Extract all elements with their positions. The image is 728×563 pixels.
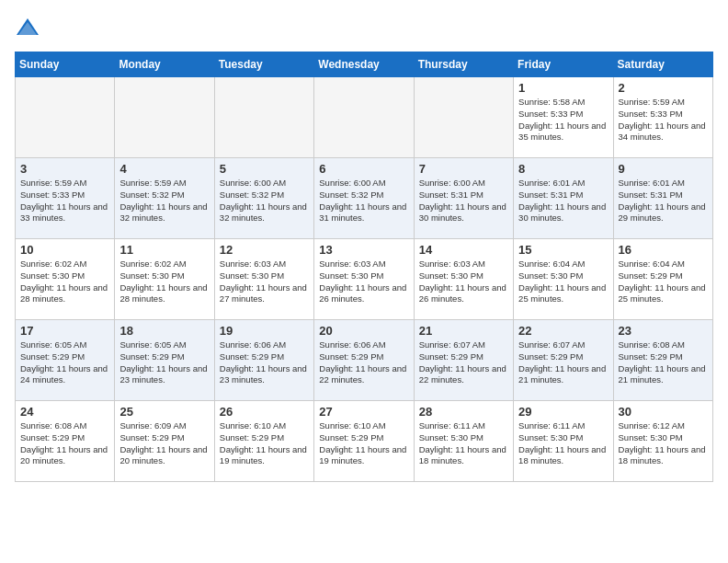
- day-number: 9: [619, 162, 708, 176]
- day-info: Sunrise: 5:59 AM Sunset: 5:32 PM Dayligh…: [119, 178, 209, 224]
- day-info: Sunrise: 6:03 AM Sunset: 5:30 PM Dayligh…: [419, 259, 508, 305]
- day-info: Sunrise: 6:06 AM Sunset: 5:29 PM Dayligh…: [319, 339, 408, 386]
- weekday-header: Sunday: [16, 52, 115, 77]
- day-number: 21: [419, 324, 508, 338]
- day-info: Sunrise: 6:04 AM Sunset: 5:30 PM Dayligh…: [518, 259, 608, 305]
- day-number: 17: [20, 324, 109, 338]
- calendar-day-cell: [16, 77, 115, 158]
- calendar-day-cell: 15Sunrise: 6:04 AM Sunset: 5:30 PM Dayli…: [514, 239, 613, 320]
- calendar-day-cell: 8Sunrise: 6:01 AM Sunset: 5:31 PM Daylig…: [514, 158, 613, 239]
- day-info: Sunrise: 6:01 AM Sunset: 5:31 PM Dayligh…: [518, 178, 608, 224]
- day-info: Sunrise: 6:00 AM Sunset: 5:32 PM Dayligh…: [319, 178, 408, 224]
- day-info: Sunrise: 6:00 AM Sunset: 5:31 PM Dayligh…: [419, 178, 508, 224]
- day-number: 14: [419, 243, 508, 257]
- day-number: 7: [419, 162, 508, 176]
- day-info: Sunrise: 6:08 AM Sunset: 5:29 PM Dayligh…: [619, 339, 708, 386]
- calendar-day-cell: 11Sunrise: 6:02 AM Sunset: 5:30 PM Dayli…: [115, 239, 214, 320]
- weekday-header: Friday: [514, 52, 613, 77]
- day-number: 15: [518, 243, 608, 257]
- day-info: Sunrise: 6:07 AM Sunset: 5:29 PM Dayligh…: [419, 339, 508, 386]
- day-number: 28: [419, 405, 508, 419]
- day-number: 1: [518, 81, 608, 95]
- calendar-day-cell: 24Sunrise: 6:08 AM Sunset: 5:29 PM Dayli…: [16, 401, 115, 482]
- day-number: 19: [220, 324, 309, 338]
- calendar-day-cell: 3Sunrise: 5:59 AM Sunset: 5:33 PM Daylig…: [16, 158, 115, 239]
- weekday-header: Thursday: [414, 52, 513, 77]
- day-info: Sunrise: 6:03 AM Sunset: 5:30 PM Dayligh…: [220, 259, 309, 305]
- day-info: Sunrise: 6:06 AM Sunset: 5:29 PM Dayligh…: [220, 339, 309, 386]
- day-info: Sunrise: 6:08 AM Sunset: 5:29 PM Dayligh…: [20, 420, 109, 467]
- day-number: 18: [119, 324, 209, 338]
- day-number: 20: [319, 324, 408, 338]
- calendar-week-row: 17Sunrise: 6:05 AM Sunset: 5:29 PM Dayli…: [16, 320, 713, 401]
- calendar-day-cell: 27Sunrise: 6:10 AM Sunset: 5:29 PM Dayli…: [314, 401, 414, 482]
- day-number: 16: [619, 243, 708, 257]
- day-number: 25: [119, 405, 209, 419]
- day-number: 5: [220, 162, 309, 176]
- calendar-day-cell: [214, 77, 313, 158]
- day-number: 22: [518, 324, 608, 338]
- day-info: Sunrise: 6:11 AM Sunset: 5:30 PM Dayligh…: [419, 420, 508, 467]
- calendar-day-cell: 25Sunrise: 6:09 AM Sunset: 5:29 PM Dayli…: [115, 401, 214, 482]
- weekday-header: Monday: [115, 52, 214, 77]
- calendar-day-cell: 20Sunrise: 6:06 AM Sunset: 5:29 PM Dayli…: [314, 320, 414, 401]
- day-number: 12: [220, 243, 309, 257]
- logo: [15, 15, 44, 40]
- day-info: Sunrise: 5:59 AM Sunset: 5:33 PM Dayligh…: [619, 97, 708, 144]
- calendar-week-row: 10Sunrise: 6:02 AM Sunset: 5:30 PM Dayli…: [16, 239, 713, 320]
- day-info: Sunrise: 6:11 AM Sunset: 5:30 PM Dayligh…: [518, 420, 608, 467]
- calendar-day-cell: 6Sunrise: 6:00 AM Sunset: 5:32 PM Daylig…: [314, 158, 414, 239]
- day-info: Sunrise: 6:05 AM Sunset: 5:29 PM Dayligh…: [119, 339, 209, 386]
- calendar-day-cell: 10Sunrise: 6:02 AM Sunset: 5:30 PM Dayli…: [16, 239, 115, 320]
- day-number: 30: [619, 405, 708, 419]
- calendar-day-cell: 19Sunrise: 6:06 AM Sunset: 5:29 PM Dayli…: [214, 320, 313, 401]
- calendar-day-cell: [314, 77, 414, 158]
- calendar-day-cell: 2Sunrise: 5:59 AM Sunset: 5:33 PM Daylig…: [613, 77, 712, 158]
- calendar-day-cell: 28Sunrise: 6:11 AM Sunset: 5:30 PM Dayli…: [414, 401, 513, 482]
- day-number: 29: [518, 405, 608, 419]
- calendar-day-cell: 14Sunrise: 6:03 AM Sunset: 5:30 PM Dayli…: [414, 239, 513, 320]
- calendar-day-cell: 21Sunrise: 6:07 AM Sunset: 5:29 PM Dayli…: [414, 320, 513, 401]
- day-info: Sunrise: 6:05 AM Sunset: 5:29 PM Dayligh…: [20, 339, 109, 386]
- day-number: 6: [319, 162, 408, 176]
- calendar-week-row: 3Sunrise: 5:59 AM Sunset: 5:33 PM Daylig…: [16, 158, 713, 239]
- day-number: 23: [619, 324, 708, 338]
- weekday-header: Saturday: [613, 52, 712, 77]
- calendar-day-cell: [115, 77, 214, 158]
- calendar-day-cell: 29Sunrise: 6:11 AM Sunset: 5:30 PM Dayli…: [514, 401, 613, 482]
- day-info: Sunrise: 6:12 AM Sunset: 5:30 PM Dayligh…: [619, 420, 708, 467]
- day-info: Sunrise: 6:04 AM Sunset: 5:29 PM Dayligh…: [619, 259, 708, 305]
- day-info: Sunrise: 5:59 AM Sunset: 5:33 PM Dayligh…: [20, 178, 109, 224]
- calendar-day-cell: 17Sunrise: 6:05 AM Sunset: 5:29 PM Dayli…: [16, 320, 115, 401]
- weekday-header: Tuesday: [214, 52, 313, 77]
- day-number: 11: [119, 243, 209, 257]
- calendar-table: SundayMondayTuesdayWednesdayThursdayFrid…: [15, 52, 713, 482]
- day-number: 2: [619, 81, 708, 95]
- day-number: 13: [319, 243, 408, 257]
- calendar-day-cell: 16Sunrise: 6:04 AM Sunset: 5:29 PM Dayli…: [613, 239, 712, 320]
- day-number: 24: [20, 405, 109, 419]
- calendar-day-cell: 23Sunrise: 6:08 AM Sunset: 5:29 PM Dayli…: [613, 320, 712, 401]
- calendar-day-cell: 22Sunrise: 6:07 AM Sunset: 5:29 PM Dayli…: [514, 320, 613, 401]
- calendar-day-cell: 9Sunrise: 6:01 AM Sunset: 5:31 PM Daylig…: [613, 158, 712, 239]
- day-number: 3: [20, 162, 109, 176]
- day-number: 27: [319, 405, 408, 419]
- day-info: Sunrise: 6:01 AM Sunset: 5:31 PM Dayligh…: [619, 178, 708, 224]
- calendar-day-cell: 5Sunrise: 6:00 AM Sunset: 5:32 PM Daylig…: [214, 158, 313, 239]
- calendar-day-cell: [414, 77, 513, 158]
- day-info: Sunrise: 6:02 AM Sunset: 5:30 PM Dayligh…: [119, 259, 209, 305]
- calendar-day-cell: 13Sunrise: 6:03 AM Sunset: 5:30 PM Dayli…: [314, 239, 414, 320]
- calendar-week-row: 1Sunrise: 5:58 AM Sunset: 5:33 PM Daylig…: [16, 77, 713, 158]
- day-info: Sunrise: 6:09 AM Sunset: 5:29 PM Dayligh…: [119, 420, 209, 467]
- day-info: Sunrise: 6:03 AM Sunset: 5:30 PM Dayligh…: [319, 259, 408, 305]
- calendar-day-cell: 7Sunrise: 6:00 AM Sunset: 5:31 PM Daylig…: [414, 158, 513, 239]
- calendar-header-row: SundayMondayTuesdayWednesdayThursdayFrid…: [16, 52, 713, 77]
- day-number: 10: [20, 243, 109, 257]
- day-info: Sunrise: 6:07 AM Sunset: 5:29 PM Dayligh…: [518, 339, 608, 386]
- day-info: Sunrise: 6:10 AM Sunset: 5:29 PM Dayligh…: [319, 420, 408, 467]
- day-info: Sunrise: 6:10 AM Sunset: 5:29 PM Dayligh…: [220, 420, 309, 467]
- calendar-week-row: 24Sunrise: 6:08 AM Sunset: 5:29 PM Dayli…: [16, 401, 713, 482]
- day-info: Sunrise: 6:00 AM Sunset: 5:32 PM Dayligh…: [220, 178, 309, 224]
- calendar-day-cell: 30Sunrise: 6:12 AM Sunset: 5:30 PM Dayli…: [613, 401, 712, 482]
- day-number: 4: [119, 162, 209, 176]
